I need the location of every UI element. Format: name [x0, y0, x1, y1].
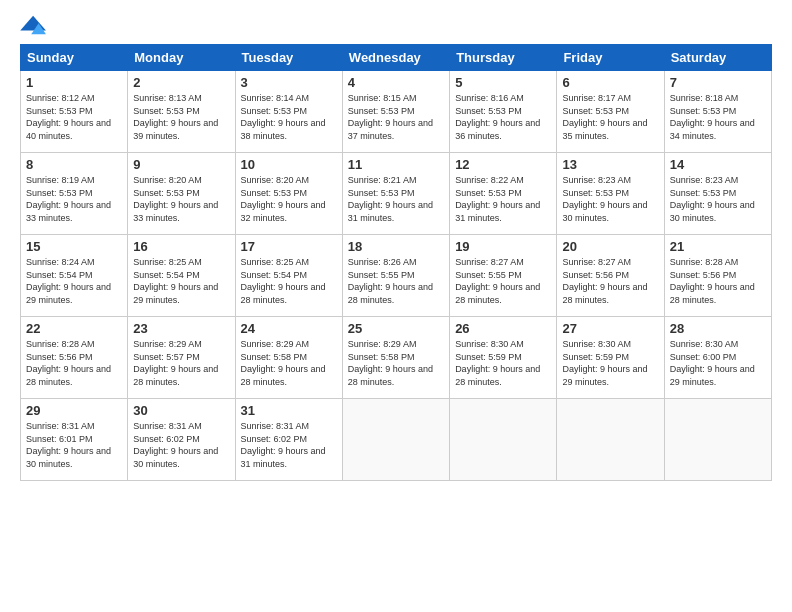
- day-info: Sunrise: 8:23 AM Sunset: 5:53 PM Dayligh…: [670, 174, 766, 224]
- day-number: 4: [348, 75, 444, 90]
- calendar-cell: 23Sunrise: 8:29 AM Sunset: 5:57 PM Dayli…: [128, 317, 235, 399]
- calendar-week-row: 22Sunrise: 8:28 AM Sunset: 5:56 PM Dayli…: [21, 317, 772, 399]
- weekday-header: Monday: [128, 45, 235, 71]
- day-info: Sunrise: 8:14 AM Sunset: 5:53 PM Dayligh…: [241, 92, 337, 142]
- calendar-cell: [342, 399, 449, 481]
- calendar-cell: 7Sunrise: 8:18 AM Sunset: 5:53 PM Daylig…: [664, 71, 771, 153]
- header-row: SundayMondayTuesdayWednesdayThursdayFrid…: [21, 45, 772, 71]
- calendar-cell: [557, 399, 664, 481]
- calendar-cell: 26Sunrise: 8:30 AM Sunset: 5:59 PM Dayli…: [450, 317, 557, 399]
- calendar-cell: 13Sunrise: 8:23 AM Sunset: 5:53 PM Dayli…: [557, 153, 664, 235]
- day-number: 2: [133, 75, 229, 90]
- weekday-header: Wednesday: [342, 45, 449, 71]
- calendar-cell: 17Sunrise: 8:25 AM Sunset: 5:54 PM Dayli…: [235, 235, 342, 317]
- day-info: Sunrise: 8:22 AM Sunset: 5:53 PM Dayligh…: [455, 174, 551, 224]
- calendar-cell: 14Sunrise: 8:23 AM Sunset: 5:53 PM Dayli…: [664, 153, 771, 235]
- weekday-header: Thursday: [450, 45, 557, 71]
- calendar-cell: 30Sunrise: 8:31 AM Sunset: 6:02 PM Dayli…: [128, 399, 235, 481]
- day-number: 25: [348, 321, 444, 336]
- day-number: 15: [26, 239, 122, 254]
- day-info: Sunrise: 8:19 AM Sunset: 5:53 PM Dayligh…: [26, 174, 122, 224]
- day-info: Sunrise: 8:15 AM Sunset: 5:53 PM Dayligh…: [348, 92, 444, 142]
- calendar-cell: 21Sunrise: 8:28 AM Sunset: 5:56 PM Dayli…: [664, 235, 771, 317]
- calendar-cell: [450, 399, 557, 481]
- day-number: 22: [26, 321, 122, 336]
- day-number: 9: [133, 157, 229, 172]
- calendar-week-row: 15Sunrise: 8:24 AM Sunset: 5:54 PM Dayli…: [21, 235, 772, 317]
- day-info: Sunrise: 8:23 AM Sunset: 5:53 PM Dayligh…: [562, 174, 658, 224]
- calendar-cell: 2Sunrise: 8:13 AM Sunset: 5:53 PM Daylig…: [128, 71, 235, 153]
- day-number: 31: [241, 403, 337, 418]
- day-info: Sunrise: 8:29 AM Sunset: 5:57 PM Dayligh…: [133, 338, 229, 388]
- calendar-week-row: 29Sunrise: 8:31 AM Sunset: 6:01 PM Dayli…: [21, 399, 772, 481]
- day-number: 21: [670, 239, 766, 254]
- day-number: 7: [670, 75, 766, 90]
- day-number: 5: [455, 75, 551, 90]
- day-info: Sunrise: 8:27 AM Sunset: 5:56 PM Dayligh…: [562, 256, 658, 306]
- header: [20, 16, 772, 38]
- calendar-cell: 27Sunrise: 8:30 AM Sunset: 5:59 PM Dayli…: [557, 317, 664, 399]
- calendar-cell: 18Sunrise: 8:26 AM Sunset: 5:55 PM Dayli…: [342, 235, 449, 317]
- day-info: Sunrise: 8:28 AM Sunset: 5:56 PM Dayligh…: [670, 256, 766, 306]
- calendar-cell: 16Sunrise: 8:25 AM Sunset: 5:54 PM Dayli…: [128, 235, 235, 317]
- calendar-cell: 12Sunrise: 8:22 AM Sunset: 5:53 PM Dayli…: [450, 153, 557, 235]
- day-number: 30: [133, 403, 229, 418]
- day-info: Sunrise: 8:31 AM Sunset: 6:02 PM Dayligh…: [133, 420, 229, 470]
- calendar-cell: 1Sunrise: 8:12 AM Sunset: 5:53 PM Daylig…: [21, 71, 128, 153]
- weekday-header: Tuesday: [235, 45, 342, 71]
- calendar-week-row: 1Sunrise: 8:12 AM Sunset: 5:53 PM Daylig…: [21, 71, 772, 153]
- day-info: Sunrise: 8:30 AM Sunset: 5:59 PM Dayligh…: [562, 338, 658, 388]
- calendar-cell: 28Sunrise: 8:30 AM Sunset: 6:00 PM Dayli…: [664, 317, 771, 399]
- day-number: 10: [241, 157, 337, 172]
- calendar-cell: 5Sunrise: 8:16 AM Sunset: 5:53 PM Daylig…: [450, 71, 557, 153]
- logo: [20, 16, 52, 38]
- day-number: 12: [455, 157, 551, 172]
- day-number: 20: [562, 239, 658, 254]
- day-info: Sunrise: 8:17 AM Sunset: 5:53 PM Dayligh…: [562, 92, 658, 142]
- calendar-cell: 20Sunrise: 8:27 AM Sunset: 5:56 PM Dayli…: [557, 235, 664, 317]
- day-info: Sunrise: 8:30 AM Sunset: 5:59 PM Dayligh…: [455, 338, 551, 388]
- calendar-cell: 15Sunrise: 8:24 AM Sunset: 5:54 PM Dayli…: [21, 235, 128, 317]
- calendar-cell: 29Sunrise: 8:31 AM Sunset: 6:01 PM Dayli…: [21, 399, 128, 481]
- calendar-week-row: 8Sunrise: 8:19 AM Sunset: 5:53 PM Daylig…: [21, 153, 772, 235]
- day-number: 3: [241, 75, 337, 90]
- day-number: 6: [562, 75, 658, 90]
- day-number: 24: [241, 321, 337, 336]
- calendar-cell: 10Sunrise: 8:20 AM Sunset: 5:53 PM Dayli…: [235, 153, 342, 235]
- calendar-cell: 31Sunrise: 8:31 AM Sunset: 6:02 PM Dayli…: [235, 399, 342, 481]
- day-number: 27: [562, 321, 658, 336]
- day-info: Sunrise: 8:26 AM Sunset: 5:55 PM Dayligh…: [348, 256, 444, 306]
- calendar-table: SundayMondayTuesdayWednesdayThursdayFrid…: [20, 44, 772, 481]
- day-info: Sunrise: 8:12 AM Sunset: 5:53 PM Dayligh…: [26, 92, 122, 142]
- page: SundayMondayTuesdayWednesdayThursdayFrid…: [0, 0, 792, 491]
- day-info: Sunrise: 8:29 AM Sunset: 5:58 PM Dayligh…: [241, 338, 337, 388]
- day-number: 28: [670, 321, 766, 336]
- calendar-cell: 22Sunrise: 8:28 AM Sunset: 5:56 PM Dayli…: [21, 317, 128, 399]
- day-info: Sunrise: 8:18 AM Sunset: 5:53 PM Dayligh…: [670, 92, 766, 142]
- day-number: 16: [133, 239, 229, 254]
- day-info: Sunrise: 8:21 AM Sunset: 5:53 PM Dayligh…: [348, 174, 444, 224]
- weekday-header: Saturday: [664, 45, 771, 71]
- calendar-cell: 25Sunrise: 8:29 AM Sunset: 5:58 PM Dayli…: [342, 317, 449, 399]
- day-number: 26: [455, 321, 551, 336]
- calendar-cell: 4Sunrise: 8:15 AM Sunset: 5:53 PM Daylig…: [342, 71, 449, 153]
- day-number: 19: [455, 239, 551, 254]
- day-number: 14: [670, 157, 766, 172]
- day-info: Sunrise: 8:16 AM Sunset: 5:53 PM Dayligh…: [455, 92, 551, 142]
- day-info: Sunrise: 8:20 AM Sunset: 5:53 PM Dayligh…: [133, 174, 229, 224]
- day-info: Sunrise: 8:30 AM Sunset: 6:00 PM Dayligh…: [670, 338, 766, 388]
- weekday-header: Friday: [557, 45, 664, 71]
- calendar-cell: 3Sunrise: 8:14 AM Sunset: 5:53 PM Daylig…: [235, 71, 342, 153]
- day-number: 11: [348, 157, 444, 172]
- day-info: Sunrise: 8:25 AM Sunset: 5:54 PM Dayligh…: [241, 256, 337, 306]
- day-info: Sunrise: 8:31 AM Sunset: 6:01 PM Dayligh…: [26, 420, 122, 470]
- calendar-cell: [664, 399, 771, 481]
- day-number: 8: [26, 157, 122, 172]
- svg-marker-0: [20, 16, 46, 31]
- day-info: Sunrise: 8:13 AM Sunset: 5:53 PM Dayligh…: [133, 92, 229, 142]
- day-info: Sunrise: 8:28 AM Sunset: 5:56 PM Dayligh…: [26, 338, 122, 388]
- day-info: Sunrise: 8:25 AM Sunset: 5:54 PM Dayligh…: [133, 256, 229, 306]
- calendar-cell: 19Sunrise: 8:27 AM Sunset: 5:55 PM Dayli…: [450, 235, 557, 317]
- day-number: 23: [133, 321, 229, 336]
- logo-icon: [20, 14, 48, 36]
